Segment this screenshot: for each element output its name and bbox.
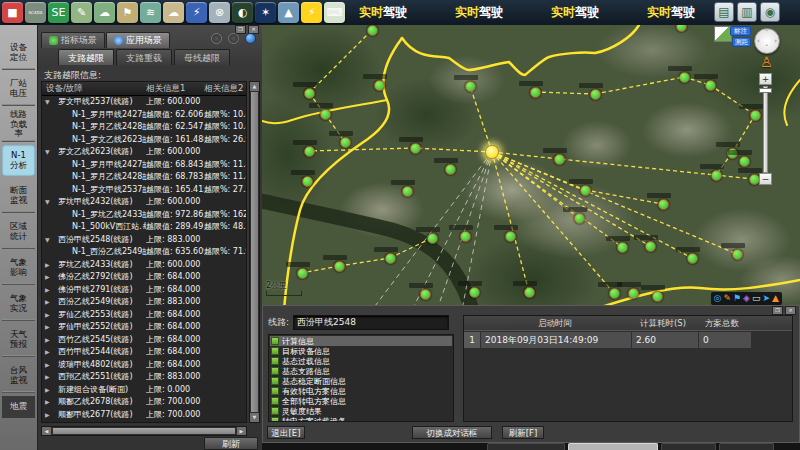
map-compass-icon[interactable]: ◎ <box>714 292 722 305</box>
taskbar-tab[interactable] <box>719 443 774 450</box>
station-marker[interactable] <box>590 89 601 100</box>
record-button[interactable] <box>211 33 222 44</box>
station-marker[interactable] <box>465 81 476 92</box>
table-row[interactable]: ▶西汾乙线2549(线路)上限: 883.000 <box>42 296 246 309</box>
station-marker[interactable] <box>645 241 656 252</box>
station-marker[interactable] <box>334 261 345 272</box>
navigate-tool-icon[interactable]: ➤ <box>763 292 771 305</box>
zoom-slider-thumb[interactable] <box>759 88 772 93</box>
station-marker[interactable] <box>652 291 663 302</box>
station-marker[interactable] <box>385 253 396 264</box>
table-row[interactable]: ▶顺鄱乙线2678(线路)上限: 700.000 <box>42 396 246 409</box>
satellite-map[interactable]: 标注 测距 ˄ ˅ ‹ › ♙ + − 2公里 ◎✎⚑◈▭➤▲ <box>262 25 800 305</box>
stop-button[interactable]: ■ <box>2 2 23 23</box>
vertical-scrollbar[interactable]: ▲ ▼ <box>249 81 260 423</box>
sub-tab[interactable]: 母线越限 <box>174 49 230 65</box>
restore-icon[interactable]: ❐ <box>772 306 783 315</box>
station-marker[interactable] <box>658 199 669 210</box>
sidebar-item[interactable]: 线路 负载 率 <box>2 109 35 141</box>
table-row[interactable]: ▼罗文乙线2623(线路)上限: 600.000 <box>42 146 246 159</box>
table-row[interactable]: ▶西翔乙线2551(线路)上限: 883.000 <box>42 371 246 384</box>
table-row[interactable]: N-1_500kV西江站.#1主变故障越限值: 289.491越限%: 48.2 <box>42 221 246 234</box>
pause-button[interactable] <box>228 33 239 44</box>
station-marker[interactable] <box>705 80 716 91</box>
station-marker[interactable] <box>530 87 541 98</box>
bottom-button[interactable]: 切换成对话框 <box>412 426 492 439</box>
table-row[interactable]: ▶西竹乙线2545(线路)上限: 684.000 <box>42 334 246 347</box>
table-row[interactable]: ▶罗坑乙线2433(线路)上限: 600.000 <box>42 259 246 272</box>
pan-right-icon[interactable]: › <box>774 38 777 45</box>
scroll-thumb[interactable] <box>251 92 258 412</box>
table-row[interactable]: ▶新建组合设备(断面)上限: 0.000 <box>42 384 246 397</box>
transmission-line[interactable] <box>535 92 595 94</box>
table-row[interactable]: N-1_罗月乙线2428故障越限值: 68.783越限%: 11.4 <box>42 171 246 184</box>
table-row[interactable]: N-1_罗坑乙线2433故障越限值: 972.863越限%: 162 <box>42 209 246 222</box>
se-app-icon[interactable]: SE <box>48 2 69 23</box>
category-item[interactable]: 计算信息 <box>270 336 452 346</box>
station-marker[interactable] <box>460 231 471 242</box>
waves-icon[interactable]: ≋ <box>140 2 161 23</box>
expand-icon[interactable]: ▶ <box>42 409 54 422</box>
table-row[interactable]: N-1_罗月乙线2428故障越限值: 62.547越限%: 10.4 <box>42 121 246 134</box>
table-row[interactable]: N-1_罗月甲线2427故障越限值: 68.843越限%: 11.4 <box>42 159 246 172</box>
expand-icon[interactable]: ▶ <box>42 296 54 309</box>
sidebar-item[interactable]: N-1 分析 <box>2 145 35 176</box>
station-marker[interactable] <box>402 186 413 197</box>
station-marker[interactable] <box>469 287 480 298</box>
table-row[interactable]: ▼西汾甲线2548(线路)上限: 883.000 <box>42 234 246 247</box>
table-row[interactable]: N-1_罗文乙线2623故障越限值: 161.488越限%: 26.9 <box>42 134 246 147</box>
expand-icon[interactable]: ▶ <box>42 359 54 372</box>
label-tool-icon[interactable]: ▭ <box>752 292 761 305</box>
hub-station-marker[interactable] <box>485 145 499 159</box>
station-marker[interactable] <box>304 88 315 99</box>
table-row[interactable]: ▶罗仙乙线2553(线路)上限: 684.000 <box>42 309 246 322</box>
station-marker[interactable] <box>609 288 620 299</box>
layout-bottom-icon[interactable]: ▥ <box>737 2 757 22</box>
results-row[interactable]: 12018年09月03日14:49:092.600 <box>464 332 792 348</box>
category-item[interactable]: 有效转电方案信息 <box>270 386 452 396</box>
transmission-line[interactable] <box>309 148 415 151</box>
globe-button[interactable] <box>245 33 256 44</box>
expand-icon[interactable]: ▶ <box>42 346 54 359</box>
collapse-icon[interactable]: ▼ <box>42 96 54 109</box>
category-item[interactable]: 基态稳定断面信息 <box>270 376 452 386</box>
category-item[interactable]: 基态支路信息 <box>270 366 452 376</box>
pan-left-icon[interactable]: ‹ <box>757 38 760 45</box>
realtime-drive-tab[interactable]: 实时驾驶 <box>359 4 411 21</box>
surveyor-icon[interactable]: ⚑ <box>117 2 138 23</box>
legend-tool-icon[interactable]: ▲ <box>772 292 779 305</box>
station-marker[interactable] <box>580 185 591 196</box>
transmission-line[interactable] <box>595 77 684 94</box>
station-marker[interactable] <box>524 287 535 298</box>
expand-icon[interactable]: ▶ <box>42 259 54 272</box>
station-marker[interactable] <box>711 170 722 181</box>
sidebar-item[interactable]: 厂站 电压 <box>2 73 35 105</box>
station-marker[interactable] <box>427 233 438 244</box>
expand-icon[interactable]: ▶ <box>42 284 54 297</box>
table-row[interactable]: ▼罗坑甲线2432(线路)上限: 600.000 <box>42 196 246 209</box>
column-info1[interactable]: 相关信息1 <box>146 82 204 95</box>
transmission-line[interactable] <box>309 30 372 93</box>
tag-tool-icon[interactable]: ✎ <box>71 2 92 23</box>
station-marker[interactable] <box>320 109 331 120</box>
zoom-in-button[interactable]: + <box>759 73 772 85</box>
zoom-out-button[interactable]: − <box>759 173 772 185</box>
category-item[interactable]: 转电方案过载设备 <box>270 416 452 422</box>
column-device[interactable]: 设备/故障 <box>42 82 146 95</box>
station-marker[interactable] <box>628 288 639 299</box>
station-marker[interactable] <box>302 176 313 187</box>
station-marker[interactable] <box>505 231 516 242</box>
scroll-left-icon[interactable]: ◀ <box>42 427 51 435</box>
table-row[interactable]: ▶罗仙甲线2552(线路)上限: 684.000 <box>42 321 246 334</box>
taskbar-tab[interactable] <box>661 443 716 450</box>
rain-cloud-icon[interactable]: ☁ <box>94 2 115 23</box>
table-row[interactable]: ▶佛汾甲线2791(线路)上限: 684.000 <box>42 284 246 297</box>
expand-icon[interactable]: ▶ <box>42 309 54 322</box>
expand-icon[interactable]: ▶ <box>42 371 54 384</box>
transmission-line[interactable] <box>732 115 755 153</box>
sub-tab[interactable]: 支路越限 <box>58 49 114 65</box>
taskbar-tab[interactable] <box>487 443 565 450</box>
table-row[interactable]: N-1_罗月甲线2427故障越限值: 62.606越限%: 10.4 <box>42 109 246 122</box>
network-graph-icon[interactable]: ✶ <box>255 2 276 23</box>
transmission-line[interactable] <box>470 86 492 152</box>
